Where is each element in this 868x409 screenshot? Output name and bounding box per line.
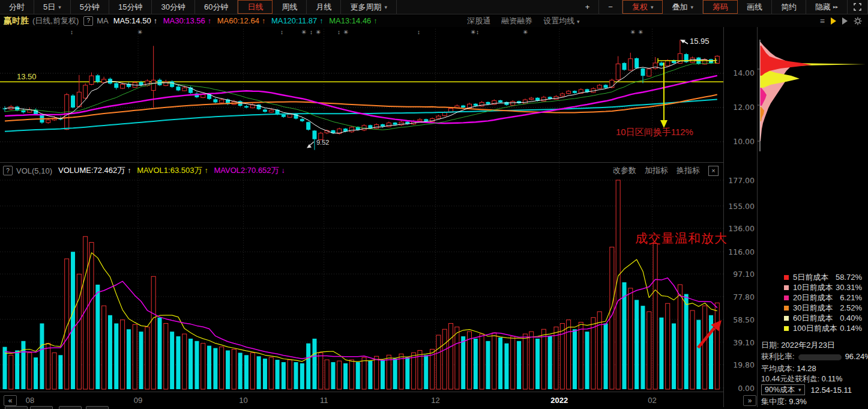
tool-button[interactable]: −	[599, 0, 622, 14]
tool-button[interactable]: +	[576, 0, 600, 14]
price-ma-lines	[5, 59, 717, 133]
bottom-button[interactable]	[86, 406, 109, 409]
tool-button[interactable]: 筹码	[703, 0, 738, 14]
period-button[interactable]: 周线	[273, 0, 307, 14]
bottom-button[interactable]	[5, 406, 28, 409]
drawn-annotations[interactable]	[307, 40, 722, 348]
candle	[151, 80, 155, 90]
candle	[263, 109, 267, 112]
profit-ratio-row: 获利比率:96.24%	[761, 351, 868, 362]
candle	[436, 116, 441, 118]
chevron-down-icon: ▾	[798, 387, 801, 393]
volume-bar	[672, 323, 676, 389]
candle	[640, 68, 645, 76]
event-marker-icon[interactable]: ↕	[280, 29, 283, 35]
volume-bar	[474, 339, 478, 389]
candle	[634, 58, 639, 68]
period-button[interactable]: 5分钟	[71, 0, 109, 14]
indicator-action-link[interactable]: 换指标	[677, 165, 700, 176]
volume-axis-label: 155.00	[723, 202, 755, 211]
bottom-button[interactable]	[30, 406, 53, 409]
chevron-down-icon: ▾	[651, 4, 654, 10]
period-button[interactable]: 60分钟	[195, 0, 238, 14]
profit-at-price-row: 10.44元处获利盘: 0.11%	[761, 374, 842, 384]
period-button[interactable]: 30分钟	[152, 0, 194, 14]
help-icon[interactable]: ?	[3, 166, 13, 175]
volume-bar	[102, 306, 106, 389]
indicator-name: VOL(5,10)	[16, 166, 52, 175]
volume-bar	[573, 329, 577, 389]
indicator-action-link[interactable]: 加指标	[645, 165, 668, 176]
trading-app-window: { "glyphs": {"caret":"▾","up":"↑","down"…	[0, 0, 868, 409]
event-marker-icon[interactable]: ↕	[70, 29, 73, 35]
cost-range-select[interactable]: 90%成本▾	[761, 384, 805, 395]
period-button[interactable]: 15分钟	[109, 0, 152, 14]
market-link[interactable]: 融资融券	[501, 16, 532, 26]
time-axis-label: 09	[125, 396, 151, 405]
market-link[interactable]: 深股通	[467, 16, 490, 26]
volume-bar	[622, 282, 627, 389]
volume-bar	[368, 361, 372, 389]
candle	[504, 102, 508, 105]
volume-bar	[95, 285, 100, 389]
scroll-left-button[interactable]: «	[4, 395, 17, 406]
volume-bar	[337, 361, 342, 389]
chevron-down-icon: ▾	[690, 4, 693, 10]
bottom-button[interactable]	[59, 406, 82, 409]
volume-bar	[541, 329, 546, 389]
volume-bar	[52, 353, 56, 389]
volume-bar	[319, 353, 323, 389]
volume-bar	[640, 306, 645, 389]
period-button[interactable]: 更多周期▾	[341, 0, 397, 14]
low-arrow	[310, 142, 314, 145]
candle	[498, 100, 502, 102]
close-icon[interactable]: ×	[708, 166, 719, 176]
tool-button[interactable]: 复权▾	[622, 0, 663, 14]
candle	[83, 85, 88, 98]
ma120-line	[5, 100, 717, 132]
volume-bar	[282, 362, 286, 389]
up-arrow-icon: ↑	[204, 166, 208, 175]
time-axis-label: 12	[422, 396, 448, 405]
candle	[89, 76, 94, 84]
volume-bar	[480, 334, 484, 389]
tool-button[interactable]: 叠加▾	[663, 0, 703, 14]
candle	[523, 100, 527, 103]
event-marker-icon[interactable]: ↕	[310, 29, 313, 35]
volume-bar	[121, 320, 125, 389]
concentration-row: 集中度: 9.3%	[761, 396, 807, 407]
period-button[interactable]: 月线	[307, 0, 341, 14]
event-marker-icon[interactable]: ✳	[316, 29, 321, 35]
volume-axis-label: 116.00	[723, 247, 755, 256]
volume-bar	[529, 332, 534, 389]
period-button[interactable]: 日线	[238, 0, 273, 14]
candle	[170, 82, 174, 87]
scroll-right-button[interactable]: »	[743, 395, 756, 406]
event-marker-icon[interactable]: ✳	[523, 29, 528, 35]
event-marker-icon[interactable]: ✳	[301, 29, 306, 35]
up-arrow-icon: ↑	[154, 17, 157, 25]
event-marker-icon[interactable]: ✳	[343, 29, 348, 35]
event-marker-icon[interactable]: ✳	[630, 29, 635, 35]
event-marker-icon[interactable]: ✳	[638, 29, 643, 35]
event-marker-icon[interactable]: ↕	[337, 29, 340, 35]
candle	[486, 102, 490, 104]
candle	[529, 98, 534, 99]
ma-value: MA120:11.87	[271, 16, 317, 25]
event-marker-icon[interactable]: ✳	[471, 29, 475, 35]
volume-bar	[461, 336, 465, 389]
event-marker-icon[interactable]: ↕	[417, 29, 420, 35]
candle	[659, 62, 663, 65]
event-marker-icon[interactable]: ↕	[476, 29, 479, 35]
indicator-action-link[interactable]: 改参数	[613, 165, 636, 176]
volume-bar	[405, 357, 409, 389]
event-marker-icon[interactable]: ✳	[137, 29, 142, 35]
volume-axis-label: 0.00	[723, 384, 755, 393]
ma-settings-button[interactable]: 设置均线 ▾	[543, 16, 579, 26]
period-button[interactable]: 分时	[0, 0, 34, 14]
up-arrow-icon: ↑	[262, 17, 265, 25]
candle	[306, 122, 310, 130]
period-button[interactable]: 5日▾	[34, 0, 71, 14]
candle	[182, 88, 187, 91]
help-icon[interactable]: ?	[83, 16, 93, 26]
